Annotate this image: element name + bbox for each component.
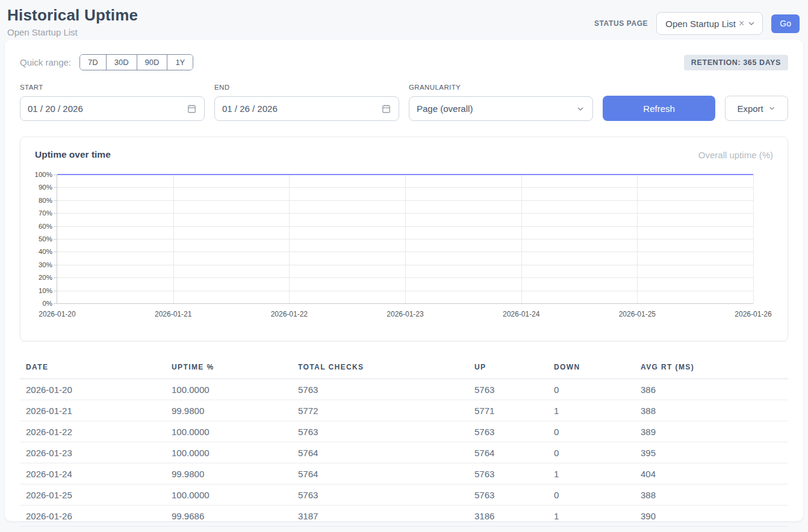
v-gridline bbox=[753, 175, 754, 303]
table-cell: 1 bbox=[549, 400, 636, 421]
table-cell: 100.0000 bbox=[167, 484, 293, 506]
y-tick bbox=[54, 213, 57, 214]
table-cell: 5771 bbox=[470, 400, 549, 421]
table-cell: 5763 bbox=[470, 463, 549, 484]
quick-range-button-30d[interactable]: 30D bbox=[106, 55, 137, 70]
table-cell: 5763 bbox=[293, 379, 470, 400]
table-cell: 3187 bbox=[293, 506, 470, 527]
x-axis-label: 2026-01-23 bbox=[387, 310, 423, 318]
granularity-selected-value: Page (overall) bbox=[417, 104, 576, 114]
table-cell: 388 bbox=[636, 484, 788, 506]
table-cell: 5764 bbox=[293, 442, 470, 463]
chart-title: Uptime over time bbox=[35, 149, 111, 160]
table-row: 2026-01-20100.0000576357630386 bbox=[20, 379, 788, 400]
chart-area: 100%90%80%70%60%50%40%30%20%10%0%2026-01… bbox=[35, 169, 773, 332]
table-cell: 2026-01-20 bbox=[20, 379, 167, 400]
end-date-input-wrap bbox=[214, 96, 399, 121]
main-card: Quick range: 7D30D90D1Y RETENTION: 365 D… bbox=[5, 40, 803, 521]
granularity-select[interactable]: Page (overall) bbox=[409, 96, 593, 121]
table-cell: 99.9800 bbox=[167, 463, 293, 484]
y-axis-label: 90% bbox=[26, 184, 52, 191]
y-axis-label: 30% bbox=[26, 261, 52, 268]
table-cell: 5763 bbox=[293, 484, 470, 506]
x-axis-label: 2026-01-25 bbox=[619, 310, 656, 318]
quick-range-button-1y[interactable]: 1Y bbox=[167, 55, 193, 70]
statuspage-selected-value: Open Startup List bbox=[665, 19, 736, 29]
table-cell: 388 bbox=[636, 400, 788, 421]
table-cell: 100.0000 bbox=[167, 379, 293, 400]
chevron-down-icon bbox=[576, 104, 585, 114]
start-date-input-wrap bbox=[20, 96, 205, 121]
table-cell: 1 bbox=[549, 506, 636, 527]
table-row: 2026-01-2499.9800576457631404 bbox=[20, 463, 788, 484]
y-tick bbox=[54, 226, 57, 227]
table-cell: 5763 bbox=[470, 379, 549, 400]
table-cell: 2026-01-23 bbox=[20, 442, 167, 463]
page-title: Historical Uptime bbox=[7, 6, 138, 25]
x-axis-label: 2026-01-22 bbox=[271, 310, 308, 318]
quick-range-group: 7D30D90D1Y bbox=[79, 54, 193, 70]
topbar: Historical Uptime Open Startup List STAT… bbox=[0, 0, 808, 40]
y-axis-label: 50% bbox=[26, 235, 52, 243]
table-cell: 99.9686 bbox=[167, 506, 293, 527]
table-cell: 386 bbox=[636, 379, 788, 400]
table-cell: 390 bbox=[636, 506, 788, 527]
y-axis-label: 0% bbox=[26, 300, 52, 307]
table-cell: 0 bbox=[549, 379, 636, 400]
granularity-field: GRANULARITY Page (overall) bbox=[409, 84, 593, 121]
table-cell: 0 bbox=[549, 484, 636, 506]
y-tick bbox=[54, 175, 57, 175]
table-cell: 404 bbox=[636, 463, 788, 484]
table-cell: 0 bbox=[549, 421, 636, 442]
start-field: START bbox=[20, 84, 205, 121]
table-cell: 1 bbox=[549, 463, 636, 484]
table-cell: 5764 bbox=[293, 463, 470, 484]
y-axis-label: 100% bbox=[26, 171, 52, 178]
end-date-input[interactable] bbox=[222, 104, 381, 114]
table-row: 2026-01-2199.9800577257711388 bbox=[20, 400, 788, 421]
clear-selection-icon[interactable]: × bbox=[739, 19, 744, 28]
calendar-icon[interactable] bbox=[187, 104, 197, 114]
end-label: END bbox=[214, 84, 399, 91]
quick-range-button-7d[interactable]: 7D bbox=[80, 55, 106, 70]
table-cell: 389 bbox=[636, 421, 788, 442]
table-row: 2026-01-22100.0000576357630389 bbox=[20, 421, 788, 442]
table-cell: 100.0000 bbox=[167, 442, 293, 463]
quick-range-button-90d[interactable]: 90D bbox=[137, 55, 167, 70]
page-heading: Historical Uptime Open Startup List bbox=[7, 6, 138, 37]
table-cell: 2026-01-26 bbox=[20, 506, 167, 527]
y-tick bbox=[54, 277, 57, 278]
column-header: DATE bbox=[20, 358, 167, 379]
uptime-table: DATEUPTIME %TOTAL CHECKSUPDOWNAVG RT (MS… bbox=[20, 358, 788, 527]
y-tick bbox=[54, 252, 57, 252]
statuspage-controls: STATUS PAGE Open Startup List × Go bbox=[594, 12, 800, 35]
table-cell: 2026-01-25 bbox=[20, 484, 167, 506]
statuspage-select[interactable]: Open Startup List × bbox=[656, 12, 763, 35]
column-header: DOWN bbox=[549, 358, 636, 379]
chart-plot: 100%90%80%70%60%50%40%30%20%10%0%2026-01… bbox=[57, 175, 753, 304]
table-cell: 5763 bbox=[293, 421, 470, 442]
column-header: UP bbox=[470, 358, 549, 379]
statuspage-label: STATUS PAGE bbox=[594, 19, 648, 28]
column-header: AVG RT (MS) bbox=[636, 358, 788, 379]
y-tick bbox=[54, 200, 57, 201]
refresh-button[interactable]: Refresh bbox=[603, 96, 715, 121]
y-axis-label: 10% bbox=[26, 287, 52, 294]
quick-range-label: Quick range: bbox=[20, 57, 71, 67]
export-button[interactable]: Export bbox=[725, 96, 788, 121]
x-axis-label: 2026-01-26 bbox=[735, 310, 771, 318]
retention-badge: RETENTION: 365 DAYS bbox=[684, 55, 788, 70]
page-subtitle: Open Startup List bbox=[7, 27, 138, 37]
go-button[interactable]: Go bbox=[771, 14, 800, 33]
y-axis-label: 60% bbox=[26, 223, 52, 230]
table-cell: 0 bbox=[549, 442, 636, 463]
granularity-label: GRANULARITY bbox=[409, 84, 593, 91]
start-date-input[interactable] bbox=[28, 104, 187, 114]
y-axis-label: 70% bbox=[26, 209, 52, 217]
table-cell: 5772 bbox=[293, 400, 470, 421]
table-cell: 99.9800 bbox=[167, 400, 293, 421]
end-field: END bbox=[214, 84, 399, 121]
table-cell: 5763 bbox=[470, 484, 549, 506]
calendar-icon[interactable] bbox=[381, 104, 391, 114]
column-header: UPTIME % bbox=[167, 358, 293, 379]
